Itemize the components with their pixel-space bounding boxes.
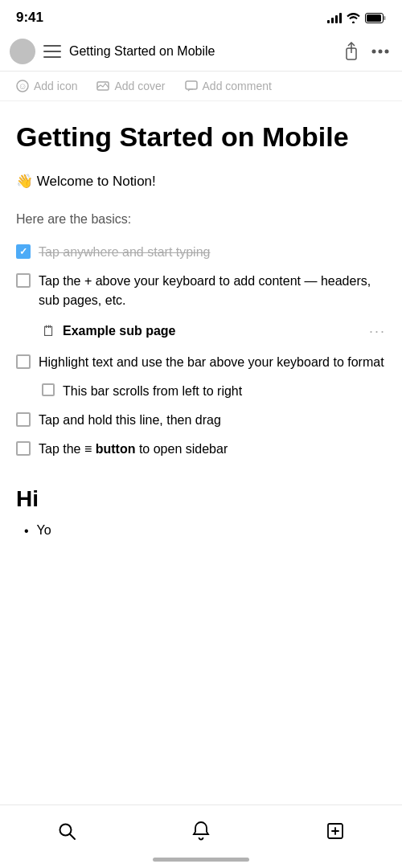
compose-nav-button[interactable] [315, 817, 355, 845]
svg-point-5 [379, 50, 383, 54]
checklist: Tap anywhere and start typing Tap the + … [16, 238, 386, 464]
svg-rect-1 [367, 14, 381, 22]
add-cover-label: Add cover [114, 80, 165, 92]
bullet-text-1: Yo [37, 523, 51, 538]
page-title: Getting Started on Mobile [16, 121, 386, 154]
svg-point-6 [385, 50, 389, 54]
checkbox-3[interactable] [16, 354, 31, 369]
checkbox-5[interactable] [16, 441, 31, 456]
svg-rect-2 [384, 16, 386, 20]
add-icon-label: Add icon [34, 80, 77, 92]
share-button[interactable] [343, 42, 360, 61]
welcome-text: Welcome to Notion! [37, 174, 156, 189]
hi-section: Hi • Yo [16, 486, 386, 542]
bullet-dot: • [24, 524, 29, 538]
check-item-1[interactable]: Tap anywhere and start typing [16, 238, 386, 267]
hi-title: Hi [16, 486, 386, 512]
checkbox-2[interactable] [16, 273, 31, 288]
svg-point-4 [372, 50, 376, 54]
subpage-left: 🗒 Example sub page [42, 323, 176, 340]
signal-icon [327, 12, 342, 23]
check-item-3[interactable]: Highlight text and use the bar above you… [16, 348, 386, 377]
check-text-3: Highlight text and use the bar above you… [39, 353, 386, 372]
check-item-4[interactable]: Tap and hold this line, then drag [16, 406, 386, 435]
page-content: Getting Started on Mobile 👋 Welcome to N… [0, 101, 402, 561]
more-button[interactable] [371, 49, 389, 54]
subpage-icon: 🗒 [42, 323, 56, 340]
svg-text:☺: ☺ [18, 81, 27, 91]
check-text-5: Tap the ≡ button to open sidebar [39, 440, 386, 459]
nested-check-text: This bar scrolls from left to right [63, 382, 386, 401]
subpage-item[interactable]: 🗒 Example sub page ··· [16, 317, 386, 346]
subpage-label: Example sub page [63, 324, 176, 338]
toolbar: ☺ Add icon Add cover Add comment [0, 72, 402, 101]
nested-check-item[interactable]: This bar scrolls from left to right [16, 377, 386, 406]
notifications-nav-button[interactable] [181, 817, 221, 845]
avatar [10, 39, 35, 64]
add-comment-label: Add comment [203, 80, 272, 92]
checkbox-4[interactable] [16, 412, 31, 427]
add-comment-button[interactable]: Add comment [185, 80, 272, 92]
nested-checkbox[interactable] [42, 383, 55, 396]
wifi-icon [347, 13, 360, 23]
nav-right [343, 42, 389, 61]
welcome-line: 👋 Welcome to Notion! [16, 173, 386, 190]
svg-line-12 [70, 834, 75, 839]
add-cover-button[interactable]: Add cover [96, 80, 165, 92]
welcome-emoji: 👋 [16, 174, 33, 189]
menu-button[interactable] [43, 45, 61, 58]
check-item-5[interactable]: Tap the ≡ button to open sidebar [16, 435, 386, 464]
check-text-4: Tap and hold this line, then drag [39, 411, 386, 430]
basics-header: Here are the basics: [16, 212, 386, 227]
nav-left: Getting Started on Mobile [10, 39, 215, 64]
add-icon-button[interactable]: ☺ Add icon [16, 80, 77, 92]
nav-title: Getting Started on Mobile [69, 44, 215, 59]
svg-rect-10 [186, 81, 197, 89]
search-nav-button[interactable] [47, 817, 87, 845]
check-text-1: Tap anywhere and start typing [39, 243, 386, 262]
checkbox-1[interactable] [16, 244, 31, 259]
status-time: 9:41 [16, 10, 43, 26]
home-indicator [153, 858, 249, 862]
status-icons [327, 12, 386, 23]
subpage-more-button[interactable]: ··· [369, 323, 386, 340]
check-item-2[interactable]: Tap the + above your keyboard to add con… [16, 267, 386, 315]
check-text-2: Tap the + above your keyboard to add con… [39, 272, 386, 310]
battery-icon [365, 13, 386, 23]
nav-bar: Getting Started on Mobile [0, 32, 402, 72]
bullet-item-1: • Yo [16, 520, 386, 542]
status-bar: 9:41 [0, 0, 402, 32]
